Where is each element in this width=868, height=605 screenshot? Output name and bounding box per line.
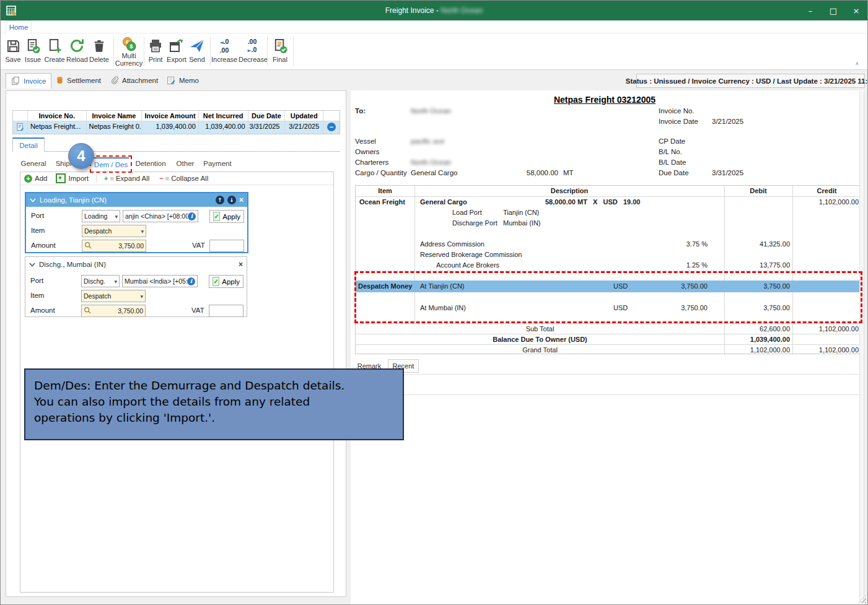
invoice-table: Item Description Debit Credit Ocean Frei… bbox=[355, 185, 861, 354]
vat-input[interactable] bbox=[209, 305, 243, 317]
delete-button[interactable]: Delete bbox=[89, 36, 110, 68]
col-net-incurred[interactable]: Net Incurred bbox=[199, 111, 248, 121]
search-icon[interactable] bbox=[84, 242, 92, 250]
info-icon[interactable]: i bbox=[188, 212, 196, 220]
cell-due-date: 3/31/2025 bbox=[248, 121, 286, 134]
subtab-detention[interactable]: Detention bbox=[134, 157, 167, 170]
cell-invoice-no: Netpas Freight... bbox=[28, 121, 87, 134]
col-invoice-name[interactable]: Invoice Name bbox=[87, 111, 142, 121]
grand-total-credit: 1,102,000.00 bbox=[792, 346, 859, 354]
port-value-input[interactable]: Mumbai <India> [+05:i bbox=[122, 275, 198, 287]
apply-checkbox[interactable]: ✓Apply bbox=[209, 275, 243, 288]
decrease-button[interactable]: .00►.0 Decrease bbox=[239, 36, 266, 68]
ribbon-divider bbox=[210, 37, 211, 66]
vessel-value: pacific ace bbox=[411, 137, 444, 145]
bl-date-label: B/L Date bbox=[659, 159, 686, 166]
save-button[interactable]: Save bbox=[2, 36, 24, 68]
subtab-general[interactable]: General bbox=[20, 157, 47, 170]
final-button[interactable]: Final bbox=[268, 36, 292, 68]
search-icon[interactable] bbox=[84, 307, 91, 315]
ribbon-tab-home[interactable]: Home bbox=[6, 20, 32, 33]
remove-row-icon[interactable]: − bbox=[323, 121, 340, 134]
cargo-label: Cargo / Quantity bbox=[355, 169, 407, 176]
charterers-value: North Ocean bbox=[411, 159, 451, 166]
panel-header[interactable]: Loading, Tianjin (CN) ↑ ↓ × bbox=[26, 193, 247, 207]
add-button[interactable]: +Add bbox=[24, 175, 47, 183]
create-button[interactable]: Create bbox=[44, 36, 65, 68]
detail-tab[interactable]: Detail bbox=[12, 137, 45, 152]
minimize-button[interactable]: – bbox=[799, 1, 822, 20]
col-invoice-amount[interactable]: Invoice Amount bbox=[142, 111, 199, 121]
tab-attachment[interactable]: Attachment bbox=[106, 73, 163, 88]
apply-checkbox[interactable]: ✓Apply bbox=[209, 210, 244, 223]
port-type-select[interactable]: Dischg.▼ bbox=[81, 275, 120, 287]
reload-button[interactable]: Reload bbox=[66, 36, 87, 68]
remark-input[interactable] bbox=[355, 374, 861, 395]
invoice-tab-icon bbox=[11, 76, 20, 87]
address-commission-debit: 41,325.00 bbox=[724, 240, 790, 248]
export-icon bbox=[165, 36, 188, 56]
tab-settlement[interactable]: Settlement bbox=[51, 73, 106, 88]
port-value-input[interactable]: anjin <China> [+08:00]i bbox=[123, 210, 198, 222]
close-button[interactable]: × bbox=[845, 1, 867, 20]
sub-total-debit: 62,600.00 bbox=[724, 325, 790, 333]
ribbon-collapse-icon[interactable]: ˄ bbox=[856, 61, 859, 67]
increase-button[interactable]: ◄.0.00 Increase bbox=[211, 36, 237, 68]
amount-input[interactable]: 3,750.00 bbox=[81, 305, 146, 317]
port-type-select[interactable]: Loading▼ bbox=[82, 210, 120, 222]
issue-button[interactable]: Issue bbox=[23, 36, 43, 68]
check-icon: ✓ bbox=[213, 277, 219, 286]
item-select[interactable]: Despatch▼ bbox=[82, 225, 146, 237]
cell-invoice-name: Netpas Freight 0... bbox=[87, 121, 142, 134]
cargo-desc: General Cargo bbox=[420, 198, 467, 206]
move-up-icon[interactable]: ↑ bbox=[216, 196, 224, 204]
panel-header[interactable]: Dischg., Mumbai (IN) × bbox=[25, 257, 247, 272]
reload-icon bbox=[66, 36, 87, 56]
amount-input[interactable]: 3,750.00 bbox=[82, 240, 146, 252]
invoice-preview: Netpas Freight 03212005 To: North Ocean … bbox=[351, 90, 864, 604]
main-tab-strip: Invoice Settlement Attachment Memo bbox=[6, 73, 625, 88]
cell-updated: 3/21/2025 bbox=[285, 121, 323, 134]
col-updated[interactable]: Updated bbox=[285, 111, 323, 121]
window-title-redacted: North Ocean bbox=[441, 6, 483, 15]
invoice-date-label: Invoice Date bbox=[659, 118, 698, 125]
send-button[interactable]: Send bbox=[186, 36, 208, 68]
subtab-other[interactable]: Other bbox=[174, 157, 196, 170]
expand-all-button[interactable]: +≡Expand All bbox=[104, 175, 149, 182]
close-panel-icon[interactable]: × bbox=[239, 260, 243, 269]
vat-input[interactable] bbox=[209, 240, 244, 252]
sub-total-credit: 1,102,000.00 bbox=[792, 325, 859, 333]
export-button[interactable]: Export bbox=[165, 36, 188, 68]
invoice-grid-row[interactable]: Netpas Freight... Netpas Freight 0... 1,… bbox=[13, 121, 340, 134]
annotation-callout: Dem/Des: Enter the Demurrage and Despatc… bbox=[24, 368, 404, 440]
move-down-icon[interactable]: ↓ bbox=[227, 196, 236, 204]
print-button[interactable]: Print bbox=[145, 36, 166, 68]
ribbon-divider bbox=[267, 37, 268, 66]
detail-tab-rule bbox=[12, 151, 340, 152]
tab-memo[interactable]: Memo bbox=[162, 73, 204, 88]
multi-currency-button[interactable]: €$ Multi Currency bbox=[115, 36, 143, 68]
title-bar: Freight Invoice - North Ocean – □ × bbox=[1, 1, 867, 20]
balance-debit: 1,039,400.00 bbox=[724, 336, 790, 343]
ribbon: Save Issue Create Reload Delete €$ Multi… bbox=[1, 33, 867, 70]
due-date-label: Due Date bbox=[659, 169, 689, 176]
panel-title: Loading, Tianjin (CN) bbox=[40, 196, 107, 204]
app-icon bbox=[6, 4, 18, 19]
attachment-tab-icon bbox=[111, 76, 118, 86]
close-panel-icon[interactable]: × bbox=[239, 196, 243, 204]
col-invoice-no[interactable]: Invoice No. bbox=[28, 111, 87, 121]
item-select[interactable]: Despatch▼ bbox=[81, 290, 146, 302]
load-port-label: Load Port bbox=[452, 209, 482, 216]
tab-invoice[interactable]: Invoice bbox=[6, 73, 51, 89]
col-due-date[interactable]: Due Date bbox=[248, 111, 286, 121]
delete-icon bbox=[89, 36, 110, 56]
maximize-button[interactable]: □ bbox=[822, 1, 844, 20]
discharge-port-value: Mumbai (IN) bbox=[503, 219, 541, 227]
sub-total-label: Sub Total bbox=[356, 325, 724, 333]
row-edit-icon[interactable] bbox=[13, 121, 28, 134]
info-icon[interactable]: i bbox=[187, 277, 195, 285]
vertical-scrollbar[interactable] bbox=[859, 91, 864, 604]
collapse-all-button[interactable]: −≡Collapse All bbox=[159, 175, 208, 182]
subtab-payment[interactable]: Payment bbox=[203, 157, 232, 170]
import-button[interactable]: Import bbox=[56, 173, 89, 183]
